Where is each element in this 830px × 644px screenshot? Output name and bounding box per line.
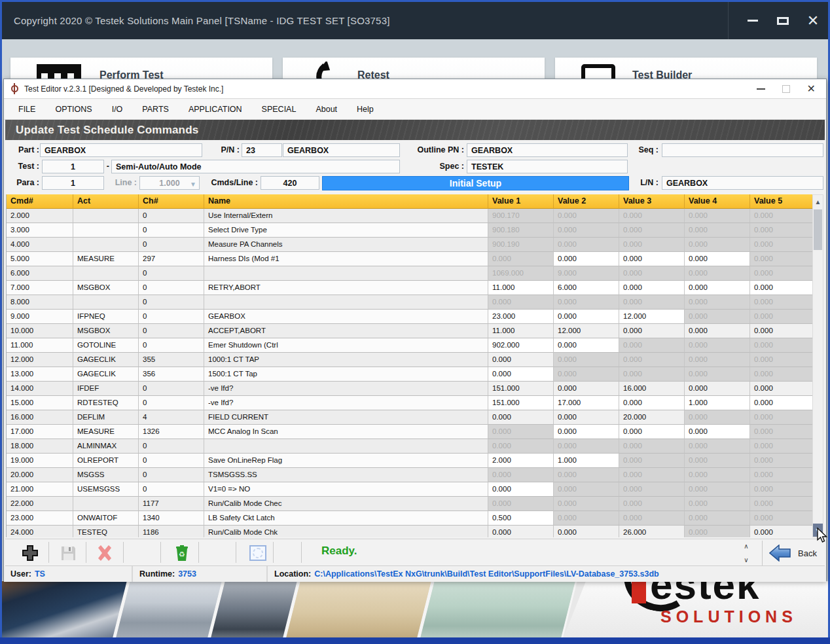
column-header[interactable]: Value 5 [750,194,815,209]
ch-cell[interactable]: 0 [139,324,204,338]
act-cell[interactable] [73,209,139,223]
menu-item-about[interactable]: About [316,105,337,114]
column-header[interactable]: Value 3 [619,194,685,209]
editor-minimize-button[interactable] [757,88,765,90]
value-cell[interactable]: 0.000 [750,382,815,396]
column-header[interactable]: Act [73,194,139,209]
table-row[interactable]: 21.000USEMSGSS0V1=0 => NO0.0000.0000.000… [7,482,815,497]
act-cell[interactable]: IFPNEQ [73,310,139,324]
value-cell[interactable]: 0.000 [488,367,554,382]
table-row[interactable]: 7.000MSGBOX0RETRY,ABORT11.0006.0000.0000… [7,281,815,295]
value-cell[interactable]: 0.000 [750,324,815,338]
value-cell[interactable]: 20.000 [619,410,685,425]
act-cell[interactable]: TESTEQ [73,526,139,537]
name-cell[interactable]: Use Internal/Extern [204,209,488,223]
cmd-cell[interactable]: 17.000 [7,425,73,439]
table-row[interactable]: 3.0000Select Drive Type900.1800.0000.000… [7,223,815,238]
value-cell[interactable]: 0.000 [554,526,619,537]
add-row-button[interactable] [16,541,45,565]
name-cell[interactable]: LB Safety Ckt Latch [204,511,488,526]
value-cell[interactable]: 902.000 [488,338,554,353]
ch-cell[interactable]: 4 [139,410,204,425]
pn-name-field[interactable]: GEARBOX [283,143,400,157]
cmd-cell[interactable]: 22.000 [7,497,73,511]
editor-close-button[interactable]: ✕ [807,84,816,94]
value-cell[interactable]: 0.000 [554,410,619,425]
cmd-cell[interactable]: 8.000 [7,295,73,310]
value-cell[interactable]: 151.000 [488,396,554,410]
cmd-cell[interactable]: 24.000 [7,526,73,537]
table-row[interactable]: 15.000RDTESTEQ0-ve Ifd?151.00017.0000.00… [7,396,815,410]
table-row[interactable]: 10.000MSGBOX0ACCEPT,ABORT11.00012.0000.0… [7,324,815,338]
row-spinner[interactable]: ∧ ∨ [740,541,753,565]
ch-cell[interactable]: 0 [139,266,204,281]
menu-item-application[interactable]: APPLICATION [189,105,242,114]
act-cell[interactable]: MEASURE [73,252,139,266]
value-cell[interactable]: 0.000 [488,353,554,367]
table-row[interactable]: 18.000ALMINMAX00.0000.0000.0000.0000.000 [7,439,815,454]
save-button[interactable] [54,541,82,565]
name-cell[interactable]: MCC Analog In Scan [204,425,488,439]
act-cell[interactable]: IFDEF [73,382,139,396]
act-cell[interactable]: MSGBOX [73,281,139,295]
value-cell[interactable]: 1.000 [554,454,619,468]
part-field[interactable]: GEARBOX [40,143,202,157]
act-cell[interactable]: GOTOLINE [73,338,139,353]
line-combo[interactable]: 1.000▼ [139,176,200,190]
delete-button[interactable] [90,541,119,565]
value-cell[interactable]: 0.000 [619,252,685,266]
back-button[interactable]: Back [762,541,822,565]
table-row[interactable]: 8.00000.0000.0000.0000.0000.000 [7,295,815,310]
act-cell[interactable]: MEASURE [73,425,139,439]
recycle-bin-button[interactable]: ♻ [168,541,196,565]
name-cell[interactable]: Harness DIs (Mod #1 [204,252,488,266]
value-cell[interactable]: 0.000 [619,425,685,439]
cmd-cell[interactable]: 4.000 [7,238,73,252]
cmd-cell[interactable]: 5.000 [7,252,73,266]
value-cell[interactable]: 0.000 [554,338,619,353]
value-cell[interactable]: 0.000 [750,526,815,537]
value-cell[interactable]: 0.000 [685,252,750,266]
name-cell[interactable] [204,266,488,281]
act-cell[interactable]: GAGECLIK [73,353,139,367]
cmds-per-line-field[interactable]: 420 [261,176,319,190]
act-cell[interactable]: DEFLIM [73,410,139,425]
value-cell[interactable]: 16.000 [619,382,685,396]
act-cell[interactable]: GAGECLIK [73,367,139,382]
minimize-button[interactable] [738,2,768,39]
value-cell[interactable]: 26.000 [619,526,685,537]
column-header[interactable]: Value 2 [554,194,619,209]
ch-cell[interactable]: 0 [139,310,204,324]
spinner-up-icon[interactable]: ∧ [744,543,748,550]
cmd-cell[interactable]: 23.000 [7,511,73,526]
menu-item-file[interactable]: FILE [18,105,35,114]
editor-titlebar[interactable]: Test Editor v.2.3.1 [Designed & Develope… [4,79,826,99]
value-cell[interactable]: 0.000 [685,324,750,338]
value-cell[interactable]: 0.000 [554,425,619,439]
name-cell[interactable]: FIELD CURRENT [204,410,488,425]
table-row[interactable]: 22.0001177Run/Calib Mode Chec0.0000.0000… [7,497,815,511]
scroll-up-arrow-icon[interactable]: ▲ [813,195,823,208]
cmd-cell[interactable]: 11.000 [7,338,73,353]
name-cell[interactable]: RETRY,ABORT [204,281,488,295]
name-cell[interactable]: Run/Calib Mode Chec [204,497,488,511]
act-cell[interactable]: OLREPORT [73,454,139,468]
name-cell[interactable]: -ve Ifd? [204,382,488,396]
table-row[interactable]: 20.000MSGSS0TSMSGSS.SS0.0000.0000.0000.0… [7,468,815,482]
value-cell[interactable]: 12.000 [619,310,685,324]
value-cell[interactable]: 0.000 [750,281,815,295]
ch-cell[interactable]: 0 [139,396,204,410]
name-cell[interactable]: TSMSGSS.SS [204,468,488,482]
cmd-cell[interactable]: 12.000 [7,353,73,367]
menu-item-special[interactable]: SPECIAL [262,105,297,114]
value-cell[interactable]: 151.000 [488,382,554,396]
ch-cell[interactable]: 0 [139,482,204,497]
cmd-cell[interactable]: 9.000 [7,310,73,324]
value-cell[interactable]: 0.000 [488,410,554,425]
ch-cell[interactable]: 0 [139,238,204,252]
value-cell[interactable]: 11.000 [488,324,554,338]
table-row[interactable]: 24.000TESTEQ1186Run/Calib Mode Chk0.0000… [7,526,815,537]
table-row[interactable]: 5.000MEASURE297Harness DIs (Mod #10.0000… [7,252,815,266]
name-cell[interactable]: ACCEPT,ABORT [204,324,488,338]
value-cell[interactable]: 12.000 [554,324,619,338]
